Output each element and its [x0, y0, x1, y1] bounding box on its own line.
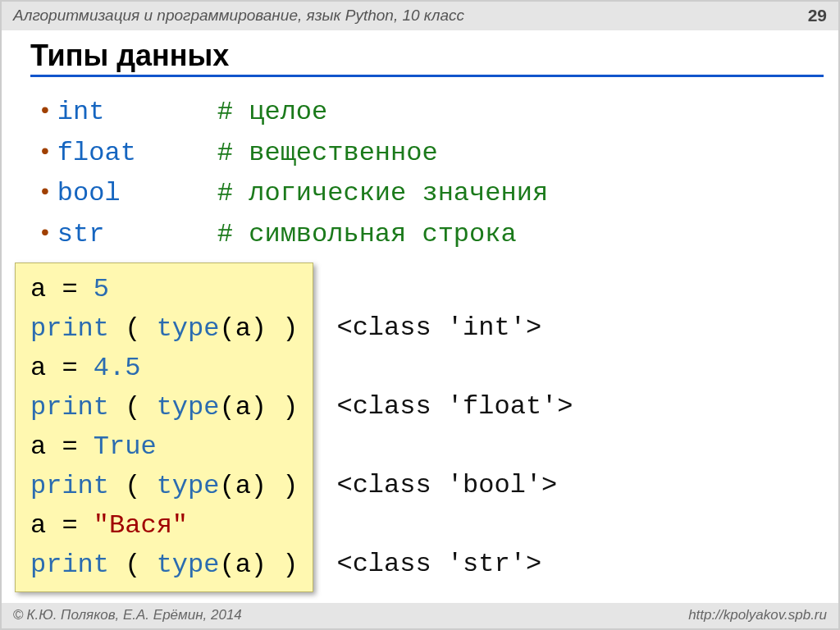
type-row-bool: • bool # логические значения	[41, 173, 824, 214]
type-keyword: float	[57, 133, 217, 174]
code-line: print ( type(a) )	[30, 467, 298, 506]
copyright-icon: ©	[13, 607, 24, 623]
output-spacer	[336, 348, 573, 387]
output-spacer	[336, 427, 573, 466]
header-bar: Алгоритмизация и программирование, язык …	[2, 2, 838, 30]
code-box: a = 5 print ( type(a) ) a = 4.5 print ( …	[15, 262, 313, 592]
type-keyword: int	[57, 92, 217, 133]
output-line: <class 'bool'>	[336, 466, 573, 505]
output-spacer	[336, 505, 573, 545]
slide-title: Типы данных	[30, 39, 824, 77]
output-column: <class 'int'> <class 'float'> <class 'bo…	[336, 262, 573, 584]
code-line: a = "Вася"	[30, 506, 298, 546]
slide-page: Алгоритмизация и программирование, язык …	[0, 0, 840, 630]
output-line: <class 'str'>	[336, 545, 573, 584]
code-example-row: a = 5 print ( type(a) ) a = 4.5 print ( …	[33, 262, 824, 592]
bullet-icon: •	[41, 221, 49, 244]
code-line: a = True	[30, 427, 298, 467]
code-line: print ( type(a) )	[30, 309, 298, 349]
type-row-int: • int # целое	[41, 92, 824, 133]
type-comment: # вещественное	[217, 133, 438, 174]
page-number: 29	[808, 6, 827, 25]
code-line: a = 5	[30, 270, 298, 309]
output-line: <class 'int'>	[336, 308, 573, 348]
content-area: Типы данных • int # целое • float # веще…	[2, 30, 838, 603]
bullet-icon: •	[41, 139, 49, 162]
code-line: print ( type(a) )	[30, 546, 298, 585]
footer-bar: ©К.Ю. Поляков, Е.А. Ерёмин, 2014 http://…	[2, 603, 838, 628]
footer-url: http://kpolyakov.spb.ru	[688, 607, 827, 623]
type-keyword: bool	[57, 173, 217, 214]
output-line: <class 'float'>	[336, 387, 573, 427]
type-row-str: • str # символьная строка	[41, 214, 824, 255]
types-list: • int # целое • float # вещественное • b…	[41, 92, 824, 254]
type-comment: # логические значения	[217, 173, 548, 214]
bullet-icon: •	[41, 180, 49, 203]
output-spacer	[336, 269, 573, 308]
bullet-icon: •	[41, 98, 49, 121]
type-keyword: str	[57, 214, 217, 255]
type-comment: # символьная строка	[217, 214, 517, 255]
footer-copyright: ©К.Ю. Поляков, Е.А. Ерёмин, 2014	[13, 607, 242, 623]
header-subject: Алгоритмизация и программирование, язык …	[13, 7, 464, 25]
code-line: print ( type(a) )	[30, 388, 298, 427]
code-line: a = 4.5	[30, 349, 298, 388]
type-comment: # целое	[217, 92, 327, 133]
type-row-float: • float # вещественное	[41, 133, 824, 174]
